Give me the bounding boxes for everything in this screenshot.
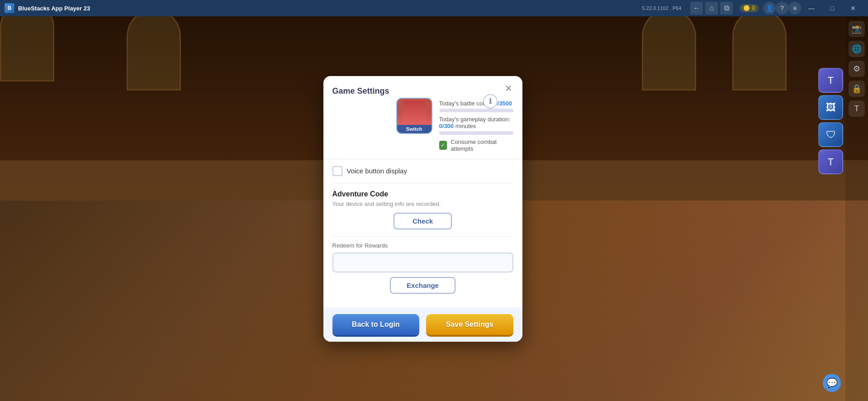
- home-button[interactable]: ⌂: [705, 2, 718, 14]
- avatar-character: [397, 99, 432, 125]
- minimize-button[interactable]: —: [801, 0, 822, 16]
- redeem-section: Redeem for Rewards Exchange: [332, 242, 513, 294]
- avatar-label: Switch: [397, 125, 432, 133]
- window-controls: — □ ✕: [801, 0, 863, 16]
- dialog-close-button[interactable]: ✕: [502, 81, 516, 95]
- adventure-code-title: Adventure Code: [332, 190, 513, 198]
- voice-checkbox[interactable]: [332, 166, 342, 176]
- exchange-button[interactable]: Exchange: [390, 277, 455, 294]
- gameplay-label: Today's gameplay duration:: [439, 116, 511, 123]
- app-logo: B: [5, 3, 14, 13]
- voice-label: Voice button display: [347, 167, 407, 175]
- battle-count-row: Today's battle count: 0/3500: [439, 100, 513, 107]
- help-button[interactable]: ?: [776, 2, 788, 14]
- copy-button[interactable]: ⧉: [720, 2, 733, 14]
- sidebar-icon-web[interactable]: 🌐: [849, 41, 865, 57]
- back-to-login-button[interactable]: Back to Login: [332, 314, 420, 335]
- app-title: BlueStacks App Player 23: [18, 5, 642, 12]
- separator: [332, 236, 513, 237]
- sidebar-icon-security[interactable]: 🔒: [849, 81, 865, 97]
- voice-section: Voice button display: [332, 166, 513, 183]
- character-avatar: 😺 Switch: [396, 98, 432, 134]
- back-button[interactable]: ←: [690, 2, 703, 14]
- right-sidebar: 📸 🌐 ⚙ 🔒 T: [845, 16, 868, 401]
- titlebar-nav: ← ⌂ ⧉: [690, 2, 733, 14]
- gameplay-duration-row: Today's gameplay duration: 0/300 minutes: [439, 116, 513, 129]
- game-settings-dialog: Game Settings ✕ 😺 Switch Today's battle …: [323, 76, 522, 342]
- app-version: 5.22.0.1102 . P64: [642, 5, 681, 11]
- profile-button[interactable]: 👤: [763, 2, 776, 14]
- adventure-code-desc: Your device and setting info are recorde…: [332, 200, 513, 207]
- check-button[interactable]: Check: [394, 213, 452, 229]
- sidebar-icon-text[interactable]: T: [849, 100, 865, 117]
- coin-display: 🪙 0: [740, 4, 759, 12]
- adventure-code-section: Adventure Code Your device and setting i…: [332, 190, 513, 229]
- coin-count: 0: [752, 5, 755, 11]
- consume-check-icon: ✓: [439, 141, 447, 150]
- gameplay-unit: minutes: [455, 123, 476, 129]
- titlebar: B BlueStacks App Player 23 5.22.0.1102 .…: [0, 0, 868, 16]
- consume-row: ✓ Consume combat attempts: [439, 138, 513, 152]
- close-button[interactable]: ✕: [843, 0, 863, 16]
- maximize-button[interactable]: □: [822, 0, 843, 16]
- gameplay-value: 0/300: [439, 123, 454, 129]
- redeem-label: Redeem for Rewards: [332, 242, 513, 249]
- dialog-footer: Back to Login Save Settings: [323, 307, 522, 342]
- consume-label: Consume combat attempts: [451, 138, 513, 152]
- menu-button[interactable]: ≡: [788, 2, 801, 14]
- redeem-input[interactable]: [332, 253, 513, 272]
- coin-icon: 🪙: [743, 5, 750, 11]
- sidebar-icon-camera[interactable]: 📸: [849, 21, 865, 37]
- dialog-backdrop: Game Settings ✕ 😺 Switch Today's battle …: [0, 16, 845, 401]
- dialog-body: Voice button display Adventure Code Your…: [323, 159, 522, 307]
- dialog-title: Game Settings: [332, 84, 389, 96]
- info-button[interactable]: ℹ: [483, 94, 498, 109]
- save-settings-button[interactable]: Save Settings: [426, 314, 513, 335]
- battle-count-progress: [439, 109, 513, 112]
- gameplay-progress: [439, 131, 513, 135]
- sidebar-icon-settings[interactable]: ⚙: [849, 61, 865, 77]
- dialog-header: Game Settings ✕ 😺 Switch Today's battle …: [323, 76, 522, 159]
